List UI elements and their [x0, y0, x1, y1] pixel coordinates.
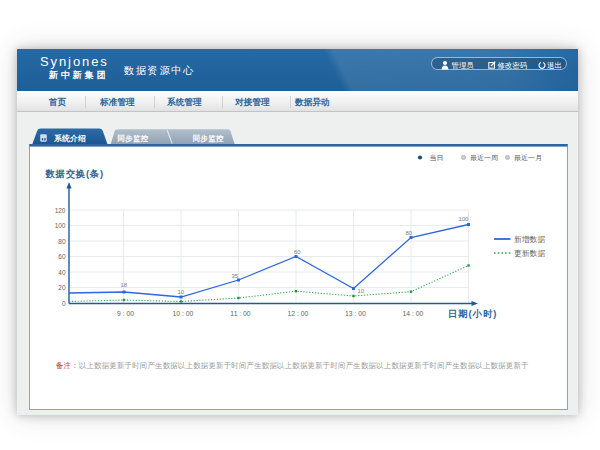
svg-text:80: 80 — [406, 230, 413, 236]
svg-text:更新数据: 更新数据 — [514, 249, 545, 258]
svg-text:10: 10 — [358, 288, 365, 294]
svg-text:11 : 00: 11 : 00 — [230, 310, 251, 317]
svg-text:60: 60 — [294, 249, 301, 255]
svg-text:12 : 00: 12 : 00 — [288, 310, 309, 317]
svg-text:0: 0 — [62, 300, 66, 307]
svg-text:当日: 当日 — [430, 154, 444, 162]
svg-text:日期(小时): 日期(小时) — [448, 308, 497, 319]
svg-text:同步监控: 同步监控 — [193, 134, 224, 143]
svg-text:100: 100 — [55, 222, 66, 229]
svg-text:20: 20 — [58, 284, 66, 291]
svg-text:14 : 00: 14 : 00 — [403, 310, 424, 317]
svg-text:同步监控: 同步监控 — [118, 134, 149, 143]
svg-text:100: 100 — [459, 216, 470, 222]
svg-text:系统介绍: 系统介绍 — [54, 134, 86, 143]
svg-text:10: 10 — [178, 289, 185, 295]
svg-text:数据交换(条): 数据交换(条) — [45, 168, 104, 179]
svg-text:最近一月: 最近一月 — [514, 154, 542, 162]
svg-text:40: 40 — [58, 269, 66, 276]
svg-text:最近一周: 最近一周 — [470, 154, 498, 161]
svg-text:新增数据: 新增数据 — [514, 235, 545, 244]
svg-text:9 : 00: 9 : 00 — [117, 310, 134, 317]
svg-text:35: 35 — [232, 273, 239, 279]
svg-text:60: 60 — [58, 253, 66, 260]
svg-text:120: 120 — [55, 207, 66, 214]
svg-text:18: 18 — [121, 282, 128, 288]
svg-text:80: 80 — [58, 238, 66, 245]
svg-text:10 : 00: 10 : 00 — [173, 310, 194, 317]
svg-text:13 : 00: 13 : 00 — [345, 310, 366, 317]
